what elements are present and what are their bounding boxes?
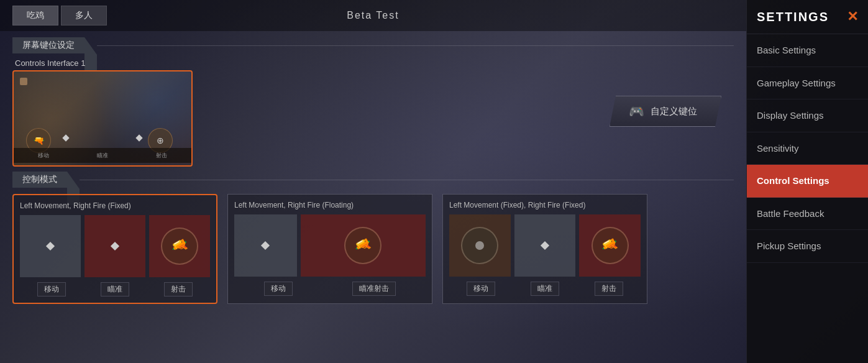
controls-interface-label: Controls Interface 1	[15, 58, 193, 68]
modes-section: Left Movement, Right Fire (Fixed) 🔫	[0, 194, 746, 304]
preview-indicator-1	[20, 78, 27, 85]
mode-3-label-move: 移动	[467, 282, 495, 296]
mode-1-label-fire: 射击	[164, 282, 193, 296]
sidebar-item-pickup-settings[interactable]: Pickup Settings	[747, 230, 868, 263]
mode-card-1[interactable]: Left Movement, Right Fire (Fixed) 🔫	[12, 194, 217, 304]
aim-circle-3: 🔫	[592, 227, 629, 264]
preview-diamond-2	[135, 134, 142, 141]
mode-2-zone-move	[234, 214, 297, 277]
sidebar-item-gameplay-settings[interactable]: Gameplay Settings	[747, 67, 868, 100]
controls-interface: Controls Interface 1 🔫 ⊕ 移动 瞄准	[12, 58, 193, 167]
customize-btn-container: 🎮 自定义键位	[205, 96, 734, 127]
keybind-section-label: 屏幕键位设定	[12, 37, 85, 53]
bullet-icon-2: 🔫	[352, 234, 374, 257]
settings-header: SETTINGS ✕	[747, 0, 868, 34]
mode-2-zone-aimfire: 🔫	[301, 214, 426, 277]
preview-diamond	[62, 134, 69, 141]
mode-1-label-move: 移动	[37, 282, 66, 296]
controls-preview[interactable]: 🔫 ⊕ 移动 瞄准 射击	[12, 70, 193, 167]
mode-2-label-aimfire: 瞄准射击	[352, 282, 396, 296]
customize-keybind-button[interactable]: 🎮 自定义键位	[610, 96, 721, 127]
modes-grid: Left Movement, Right Fire (Fixed) 🔫	[12, 194, 734, 304]
mode-3-zone-fire: 🔫	[579, 214, 641, 277]
bullet-icon-1: 🔫	[168, 235, 191, 257]
mode-3-visual: 🔫	[449, 214, 641, 277]
page-title: Beta Test	[347, 10, 399, 21]
mode-3-title: Left Movement (Fixed), Right Fire (Fixed…	[449, 201, 641, 209]
mode-1-label-aim: 瞄准	[101, 282, 129, 296]
control-modes-section-header: 控制模式	[12, 172, 734, 188]
section-divider	[97, 45, 734, 46]
sidebar-item-control-settings[interactable]: Control Settings	[747, 165, 868, 198]
sidebar-item-sensitivity[interactable]: Sensitivity	[747, 132, 868, 165]
mode-1-zone-aim	[85, 215, 145, 277]
mode-3-zone-aim	[514, 214, 576, 277]
sidebar-item-basic-settings[interactable]: Basic Settings	[747, 34, 868, 67]
sidebar-item-battle-feedback[interactable]: Battle Feedback	[747, 198, 868, 231]
controls-preview-inner: 🔫 ⊕ 移动 瞄准 射击	[14, 71, 191, 165]
settings-title: SETTINGS	[757, 10, 829, 24]
tab-chiji[interactable]: 吃鸡	[12, 6, 58, 25]
sidebar-nav: Basic Settings Gameplay Settings Display…	[747, 34, 868, 363]
mode-2-label-move: 移动	[264, 282, 293, 296]
mode-card-2[interactable]: Left Movement, Right Fire (Floating) 🔫 移…	[227, 194, 432, 304]
preview-bar-item: 移动	[38, 152, 49, 160]
section-divider-2	[80, 180, 734, 180]
tab-multiplayer[interactable]: 多人	[61, 6, 107, 25]
main-content: 吃鸡 多人 Beta Test 屏幕键位设定 Controls Interfac…	[0, 0, 746, 363]
mode-2-visual: 🔫	[234, 214, 426, 277]
mode-1-zone-move	[20, 215, 81, 277]
mode-3-label-aim: 瞄准	[531, 282, 559, 296]
bullet-icon-3: 🔫	[598, 234, 621, 257]
dpad-center	[475, 241, 484, 250]
diamond-icon-3	[261, 241, 270, 250]
settings-sidebar: SETTINGS ✕ Basic Settings Gameplay Setti…	[746, 0, 868, 363]
keybind-section-header: 屏幕键位设定	[12, 37, 734, 53]
sidebar-item-display-settings[interactable]: Display Settings	[747, 99, 868, 132]
mode-1-title: Left Movement, Right Fire (Fixed)	[20, 201, 210, 210]
preview-bar-item3: 射击	[156, 152, 167, 160]
close-button[interactable]: ✕	[847, 9, 858, 25]
mode-3-label-fire: 射击	[595, 282, 623, 296]
mode-1-labels: 移动 瞄准 射击	[20, 282, 210, 296]
mode-1-zone-fire: 🔫	[149, 215, 210, 277]
dpad-circle	[461, 227, 498, 264]
header-tabs: 吃鸡 多人	[12, 6, 107, 25]
mode-2-title: Left Movement, Right Fire (Floating)	[234, 201, 426, 209]
header-bar: 吃鸡 多人 Beta Test	[0, 0, 746, 31]
controls-section: Controls Interface 1 🔫 ⊕ 移动 瞄准	[0, 58, 746, 167]
diamond-icon-1	[46, 242, 55, 250]
control-modes-label: 控制模式	[12, 172, 67, 188]
mode-2-labels: 移动 瞄准射击	[234, 282, 426, 296]
preview-bottom-bar: 移动 瞄准 射击	[14, 148, 191, 163]
gamepad-icon: 🎮	[629, 104, 644, 119]
preview-bar-item2: 瞄准	[97, 152, 108, 160]
mode-3-labels: 移动 瞄准 射击	[449, 282, 641, 296]
mode-card-3[interactable]: Left Movement (Fixed), Right Fire (Fixed…	[442, 194, 647, 304]
aim-circle-1: 🔫	[161, 227, 198, 265]
mode-1-visual: 🔫	[20, 215, 210, 277]
aim-circle-2: 🔫	[344, 227, 381, 264]
diamond-icon-4	[541, 241, 549, 250]
diamond-icon-2	[111, 242, 119, 250]
mode-3-zone-move	[449, 214, 511, 277]
